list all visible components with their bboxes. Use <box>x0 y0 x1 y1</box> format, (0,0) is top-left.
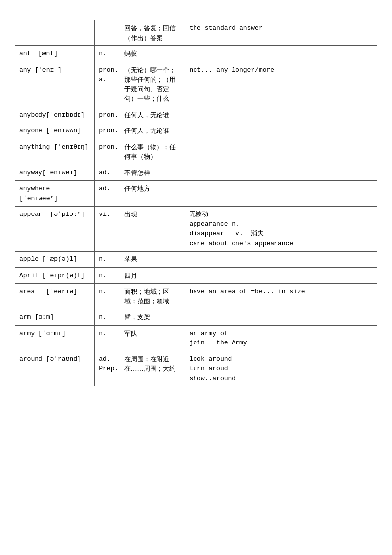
chinese-cell: 四月 <box>120 267 185 284</box>
chinese-cell: 什么事（物）；任何事（物） <box>120 139 185 165</box>
table-row: arm [ɑːm]n.臂，支架 <box>15 309 377 326</box>
english-cell <box>185 107 377 123</box>
pos-cell: n. <box>95 284 120 309</box>
word-cell: area [ˈeərɪə] <box>15 284 95 309</box>
word-cell: arm [ɑːm] <box>15 309 95 326</box>
pos-cell: pron. <box>95 107 120 123</box>
table-row: ant [ænt]n.蚂蚁 <box>15 46 377 62</box>
word-cell <box>15 20 95 46</box>
chinese-cell: 蚂蚁 <box>120 46 185 62</box>
chinese-cell: 在周围；在附近在……周围；大约 <box>120 351 185 386</box>
table-row: apple [ˈæp(ə)l]n.苹果 <box>15 252 377 268</box>
english-cell: not... any longer/more <box>185 62 377 107</box>
english-cell <box>185 165 377 181</box>
pos-cell: pron. <box>95 139 120 165</box>
pos-cell: vi. <box>95 207 120 252</box>
table-row: April [ˈeɪpr(ə)l]n.四月 <box>15 267 377 284</box>
pos-cell: n. <box>95 325 120 351</box>
english-cell <box>185 181 377 207</box>
english-cell <box>185 309 377 326</box>
english-cell <box>185 139 377 165</box>
word-cell: anybody[ˈenɪbɒdɪ] <box>15 107 95 123</box>
word-cell: April [ˈeɪpr(ə)l] <box>15 267 95 284</box>
pos-cell: ad. Prep. <box>95 351 120 386</box>
word-cell: anyone [ˈenɪwʌn] <box>15 123 95 139</box>
word-cell: anywhere [ˈenɪweəʳ] <box>15 181 95 207</box>
chinese-cell: 军队 <box>120 325 185 351</box>
chinese-cell: 臂，支架 <box>120 309 185 326</box>
table-row: around [əˈraʊnd]ad. Prep.在周围；在附近在……周围；大约… <box>15 351 377 386</box>
table-row: appear [əˈplɔːʳ]vi.出现无被动 appearance n. d… <box>15 207 377 252</box>
word-cell: apple [ˈæp(ə)l] <box>15 252 95 268</box>
table-row: anyone [ˈenɪwʌn]pron.任何人，无论谁 <box>15 123 377 139</box>
table-row: any [ˈenɪ ]pron. a.（无论）哪一个；那些任何的；（用于疑问句、… <box>15 62 377 107</box>
pos-cell: n. <box>95 267 120 284</box>
pos-cell: n. <box>95 252 120 268</box>
word-cell: anything [ˈenɪθɪŋ] <box>15 139 95 165</box>
chinese-cell: 面积；地域；区域；范围；领域 <box>120 284 185 309</box>
word-cell: around [əˈraʊnd] <box>15 351 95 386</box>
pos-cell: pron. <box>95 123 120 139</box>
english-cell <box>185 267 377 284</box>
chinese-cell: 不管怎样 <box>120 165 185 181</box>
pos-cell: ad. <box>95 165 120 181</box>
pos-cell <box>95 20 120 46</box>
english-cell: have an area of =be... in size <box>185 284 377 309</box>
pos-cell: pron. a. <box>95 62 120 107</box>
english-cell: look around turn aroud show..around <box>185 351 377 386</box>
english-cell <box>185 46 377 62</box>
table-row: anybody[ˈenɪbɒdɪ]pron.任何人，无论谁 <box>15 107 377 123</box>
chinese-cell: 任何人，无论谁 <box>120 107 185 123</box>
word-cell: appear [əˈplɔːʳ] <box>15 207 95 252</box>
word-cell: anyway[ˈenɪweɪ] <box>15 165 95 181</box>
table-row: area [ˈeərɪə]n.面积；地域；区域；范围；领域have an are… <box>15 284 377 309</box>
word-cell: any [ˈenɪ ] <box>15 62 95 107</box>
chinese-cell: （无论）哪一个；那些任何的；（用于疑问句、否定句）一些；什么 <box>120 62 185 107</box>
chinese-cell: 任何地方 <box>120 181 185 207</box>
english-cell: the standard answer <box>185 20 377 46</box>
chinese-cell: 苹果 <box>120 252 185 268</box>
chinese-cell: 回答，答复；回信（作出）答案 <box>120 20 185 46</box>
table-row: 回答，答复；回信（作出）答案the standard answer <box>15 20 377 46</box>
table-row: anyway[ˈenɪweɪ]ad.不管怎样 <box>15 165 377 181</box>
table-row: anything [ˈenɪθɪŋ]pron.什么事（物）；任何事（物） <box>15 139 377 165</box>
english-cell: 无被动 appearance n. disappear v. 消失 care a… <box>185 207 377 252</box>
english-cell <box>185 252 377 268</box>
word-cell: army [ˈɑːmɪ] <box>15 325 95 351</box>
vocabulary-table: 回答，答复；回信（作出）答案the standard answerant [æn… <box>15 20 377 386</box>
pos-cell: n. <box>95 309 120 326</box>
english-cell: an army of join the Army <box>185 325 377 351</box>
chinese-cell: 出现 <box>120 207 185 252</box>
english-cell <box>185 123 377 139</box>
table-row: army [ˈɑːmɪ]n.军队an army of join the Army <box>15 325 377 351</box>
chinese-cell: 任何人，无论谁 <box>120 123 185 139</box>
table-row: anywhere [ˈenɪweəʳ]ad.任何地方 <box>15 181 377 207</box>
word-cell: ant [ænt] <box>15 46 95 62</box>
pos-cell: ad. <box>95 181 120 207</box>
pos-cell: n. <box>95 46 120 62</box>
